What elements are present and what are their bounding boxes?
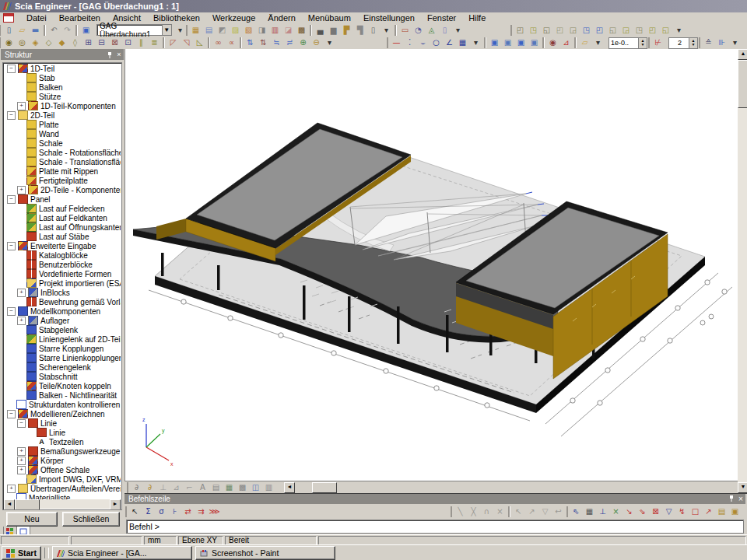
ortho-snap-icon[interactable]: ⊥ — [596, 506, 609, 517]
cursor-snap-icon[interactable]: ⇖ — [570, 506, 583, 517]
dropdown-icon[interactable]: ▾ — [451, 25, 465, 36]
new-document-icon[interactable]: ▯ — [2, 25, 16, 36]
tree-item[interactable]: Strukturdaten kontrollieren — [4, 400, 121, 409]
support-view-icon[interactable]: ⊥ — [156, 482, 170, 493]
flag-view-icon[interactable]: ⌐ — [183, 482, 196, 493]
extend-line-icon[interactable]: ⇄ — [181, 506, 195, 517]
model-tool-icon[interactable]: ▤ — [202, 25, 216, 36]
model-tool-icon[interactable]: ◩ — [216, 25, 229, 36]
snap-arc-icon[interactable]: ∩ — [480, 506, 493, 517]
start-button[interactable]: Start — [2, 546, 41, 560]
snap-plane-icon[interactable]: ▽ — [538, 506, 552, 517]
taskbar-app-paint[interactable]: Screenshot - Paint — [195, 546, 335, 560]
horizontal-scrollbar-thumb[interactable] — [312, 482, 337, 493]
tree-item[interactable]: Schale - Translationsfläche — [4, 157, 121, 166]
expand-toggle-icon[interactable]: − — [7, 65, 16, 73]
tree-item[interactable]: Vordefinierte Formen — [4, 269, 121, 278]
print-icon[interactable]: ▄ — [314, 25, 327, 36]
select-tool-icon[interactable]: ◎ — [16, 37, 29, 48]
line-style-icon[interactable]: ⌣ — [416, 37, 430, 48]
select-tool-icon[interactable]: ∥ — [135, 37, 148, 48]
tree-item[interactable]: Fertigteilplatte — [4, 176, 121, 185]
sum-selection-icon[interactable]: Σ — [142, 506, 155, 517]
expand-toggle-icon[interactable]: + — [17, 317, 26, 325]
tree-item[interactable]: Stütze — [4, 92, 121, 101]
move-copy-icon[interactable]: ⊖ — [310, 37, 323, 48]
expand-toggle-icon[interactable]: − — [7, 307, 16, 316]
tree-item[interactable]: +Übertragen/Aufteilen/Vereinigen — [4, 484, 121, 493]
model-tool-icon[interactable]: ◪ — [282, 25, 295, 36]
view-window-icon[interactable]: ◳ — [580, 25, 593, 36]
tangent-snap-icon[interactable]: ↗ — [702, 506, 715, 517]
extend-line-2-icon[interactable]: ⇉ — [195, 506, 208, 517]
label-view-icon[interactable]: A — [196, 482, 209, 493]
tree-item[interactable]: −2D-Teil — [4, 110, 121, 120]
render-view-icon[interactable]: ▦ — [223, 482, 236, 493]
check-structure-icon[interactable]: ◬ — [425, 25, 438, 36]
tree-item[interactable]: Balken - Nichtlinearität — [4, 390, 121, 400]
tree-item[interactable]: Stabschnitt — [4, 372, 121, 381]
scale-spinner[interactable]: 1e-0.. ▲▼ — [608, 37, 647, 49]
project-manager-icon[interactable]: ▣ — [79, 25, 93, 36]
clamp-icon[interactable]: ⊬ — [651, 37, 665, 48]
tree-item[interactable]: +Auflager — [4, 316, 121, 325]
expand-toggle-icon[interactable]: − — [7, 111, 16, 120]
mesh-view-icon[interactable]: ▩ — [236, 482, 249, 493]
sum-small-icon[interactable]: σ — [155, 506, 168, 517]
move-copy-icon[interactable]: ≓ — [283, 37, 296, 48]
select-tool-icon[interactable]: ◈ — [29, 37, 42, 48]
view-window-icon[interactable]: ◱ — [606, 25, 619, 36]
tree-item[interactable]: −Panel — [4, 194, 121, 204]
model-tool-icon[interactable]: ▧ — [242, 25, 255, 36]
move-copy-icon[interactable]: ⇅ — [257, 37, 270, 48]
snap-rise-icon[interactable]: ↗ — [525, 506, 538, 517]
section-view-icon[interactable]: ⊿ — [170, 482, 183, 493]
menu-menbaum[interactable]: Menübaum — [302, 12, 357, 23]
tree-item[interactable]: Balken — [4, 82, 121, 92]
line-style-icon[interactable]: ∠ — [443, 37, 456, 48]
close-icon[interactable]: × — [736, 495, 745, 503]
view-window-icon[interactable]: ◰ — [553, 25, 566, 36]
cascade-window-icon[interactable]: ▣ — [488, 37, 501, 48]
view-window-icon[interactable]: ◰ — [514, 25, 527, 36]
tree-item[interactable]: Scherengelenk — [4, 362, 121, 372]
view-window-icon[interactable]: ◰ — [593, 25, 606, 36]
scroll-left-icon[interactable]: ◄ — [284, 482, 295, 493]
undo-icon[interactable]: ↶ — [47, 25, 61, 36]
tree-item[interactable]: +1D-Teil-Komponenten — [4, 101, 121, 110]
line-style-icon[interactable]: ○ — [430, 37, 443, 48]
select-tool-icon[interactable]: ◉ — [2, 37, 16, 48]
fly-mode-icon[interactable]: ⊿ — [559, 37, 573, 48]
tree-item[interactable]: −Modellieren/Zeichnen — [4, 409, 121, 418]
model-tool-icon[interactable]: ▨ — [229, 25, 242, 36]
tree-item[interactable]: Stabgelenk — [4, 325, 121, 334]
tree-item[interactable]: +Körper — [4, 456, 121, 465]
cascade-window-icon[interactable]: ▣ — [501, 37, 514, 48]
save-icon[interactable]: ▬ — [29, 25, 42, 36]
select-cursor-icon[interactable]: ↖ — [128, 506, 142, 517]
tree-item[interactable]: Import DWG, DXF, VRML97 — [4, 474, 121, 484]
line-style-icon[interactable]: ▦ — [456, 37, 469, 48]
open-folder-icon[interactable]: ▱ — [578, 37, 591, 48]
select-tool-icon[interactable]: ⊠ — [108, 37, 121, 48]
tree-item[interactable]: Projekt importieren (ESA-Datei) — [4, 278, 121, 288]
tree-item[interactable]: Benutzerblöcke — [4, 260, 121, 269]
dropdown-icon[interactable]: ▾ — [323, 37, 336, 48]
picture-icon[interactable]: ▜ — [353, 25, 366, 36]
expand-toggle-icon[interactable]: − — [7, 410, 16, 418]
grid-snap-icon[interactable]: ▦ — [583, 506, 596, 517]
expand-toggle-icon[interactable]: + — [17, 186, 26, 194]
view-window-icon[interactable]: ◰ — [646, 25, 659, 36]
expand-toggle-icon[interactable]: − — [7, 195, 16, 204]
view-window-icon[interactable]: ◳ — [633, 25, 646, 36]
project-combobox[interactable]: GAG Überdachung1 ▼ — [96, 24, 172, 36]
expand-toggle-icon[interactable]: − — [7, 242, 16, 250]
toolbar-options-icon[interactable]: ▾ — [174, 25, 187, 36]
tree-item[interactable]: +Bemaßungswerkzeuge — [4, 446, 121, 456]
expand-toggle-icon[interactable]: + — [7, 485, 16, 493]
tree-item[interactable]: Starre Linienkopplungen — [4, 353, 121, 362]
viewport-vertical-scrollbar[interactable]: ▲ ▼ — [738, 49, 747, 493]
model-tool-icon[interactable]: ▩ — [295, 25, 308, 36]
tree-item[interactable]: Linie — [4, 428, 121, 437]
plane-snap-icon[interactable]: ▽ — [662, 506, 675, 517]
